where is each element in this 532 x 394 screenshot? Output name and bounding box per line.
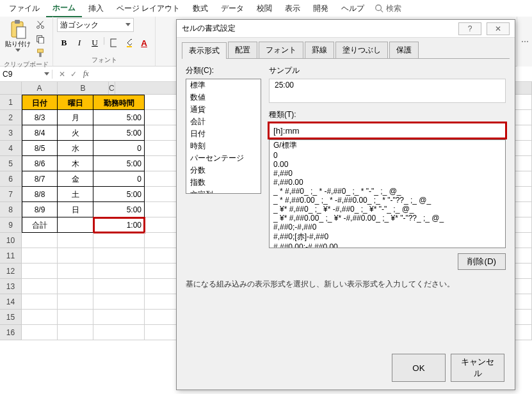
cell[interactable]: [22, 233, 58, 248]
cell[interactable]: 1:00: [93, 217, 145, 233]
cell[interactable]: [22, 248, 58, 264]
cell[interactable]: 5:00: [93, 110, 145, 125]
dlg-tab-font[interactable]: フォント: [259, 42, 303, 58]
type-input[interactable]: [269, 123, 506, 138]
cell[interactable]: [93, 279, 145, 294]
tab-view[interactable]: 表示: [278, 1, 307, 17]
row-header[interactable]: 14: [0, 294, 22, 310]
row-header[interactable]: 16: [0, 325, 22, 340]
cell[interactable]: [58, 233, 93, 248]
row-header[interactable]: 4: [0, 141, 22, 156]
cell[interactable]: [58, 310, 93, 325]
dialog-titlebar[interactable]: セルの書式設定 ? ✕: [177, 20, 515, 38]
row-header[interactable]: 7: [0, 187, 22, 202]
font-name-select[interactable]: 游ゴシック: [57, 18, 134, 32]
cell[interactable]: 8/7: [22, 171, 58, 187]
category-item[interactable]: 分数: [186, 164, 261, 177]
dlg-tab-align[interactable]: 配置: [228, 42, 257, 58]
tab-data[interactable]: データ: [214, 1, 250, 17]
cell[interactable]: [93, 233, 145, 248]
type-list-item[interactable]: #,##0: [270, 169, 505, 178]
bold-button[interactable]: B: [57, 36, 71, 50]
row-header[interactable]: 13: [0, 279, 22, 294]
cut-button[interactable]: [33, 18, 47, 32]
row-header[interactable]: 6: [0, 171, 22, 187]
type-list-item[interactable]: #,##0;-#,##0: [270, 223, 505, 232]
cell[interactable]: [58, 217, 93, 233]
category-item[interactable]: 会計: [186, 116, 261, 128]
cell[interactable]: 金: [58, 171, 93, 187]
fx-icon[interactable]: fx: [83, 69, 94, 79]
col-header-c[interactable]: C: [109, 82, 115, 95]
row-header[interactable]: 1: [0, 95, 22, 110]
name-box[interactable]: C9: [0, 70, 52, 79]
category-item[interactable]: 指数: [186, 177, 261, 189]
type-list-item[interactable]: #,##0;[赤]-#,##0: [270, 232, 505, 242]
tab-insert[interactable]: 挿入: [82, 1, 110, 17]
row-header[interactable]: 10: [0, 233, 22, 248]
row-header[interactable]: 8: [0, 202, 22, 217]
fill-color-button[interactable]: [122, 36, 136, 50]
cell[interactable]: 5:00: [93, 125, 145, 141]
cell[interactable]: 土: [58, 187, 93, 202]
italic-button[interactable]: I: [72, 36, 86, 50]
type-list-item[interactable]: #,##0.00;-#,##0.00: [270, 242, 505, 248]
border-button[interactable]: [106, 36, 120, 50]
ribbon-overflow[interactable]: ⋯: [517, 17, 532, 67]
cell[interactable]: [58, 264, 93, 279]
cell[interactable]: [22, 310, 58, 325]
category-item[interactable]: 数値: [186, 91, 261, 104]
row-header[interactable]: 5: [0, 156, 22, 171]
dlg-tab-fill[interactable]: 塗りつぶし: [335, 42, 388, 58]
type-list-item[interactable]: _ ¥* #,##0.00_ ;_ ¥* -#,##0.00_ ;_ ¥* "-…: [270, 214, 505, 223]
cell[interactable]: 木: [58, 156, 93, 171]
type-list-item[interactable]: 0: [270, 151, 505, 160]
cell[interactable]: [22, 279, 58, 294]
copy-button[interactable]: [33, 32, 47, 46]
type-list-item[interactable]: _ * #,##0.00_ ;_ * -#,##0.00_ ;_ * "-"??…: [270, 196, 505, 205]
dlg-tab-protect[interactable]: 保護: [389, 42, 419, 58]
cell[interactable]: 5:00: [93, 156, 145, 171]
type-list-item[interactable]: G/標準: [270, 140, 505, 151]
tab-review[interactable]: 校閲: [250, 1, 278, 17]
cell[interactable]: [58, 279, 93, 294]
category-list[interactable]: 標準数値通貨会計日付時刻パーセンテージ分数指数文字列その他ユーザー定義: [186, 79, 261, 194]
close-button[interactable]: ✕: [487, 22, 510, 35]
row-header[interactable]: 9: [0, 217, 22, 233]
chevron-down-icon[interactable]: [15, 49, 20, 52]
tab-pagelayout[interactable]: ページ レイアウト: [110, 1, 186, 17]
format-painter-button[interactable]: [33, 46, 47, 60]
cell[interactable]: 合計: [22, 217, 58, 233]
cell[interactable]: [22, 325, 58, 340]
cancel-icon[interactable]: ✕: [59, 70, 65, 79]
tab-home[interactable]: ホーム: [46, 0, 82, 17]
cell[interactable]: [22, 264, 58, 279]
category-item[interactable]: 標準: [186, 79, 261, 91]
cell[interactable]: 水: [58, 141, 93, 156]
type-list-item[interactable]: _ * #,##0_ ;_ * -#,##0_ ;_ * "-"_ ;_ @_: [270, 187, 505, 196]
dlg-tab-number[interactable]: 表示形式: [182, 42, 227, 59]
cell[interactable]: [93, 248, 145, 264]
row-header[interactable]: 11: [0, 248, 22, 264]
cell[interactable]: 日: [58, 202, 93, 217]
cell[interactable]: 8/5: [22, 141, 58, 156]
enter-icon[interactable]: ✓: [70, 70, 77, 79]
row-header[interactable]: 15: [0, 310, 22, 325]
category-item[interactable]: 文字列: [186, 189, 261, 194]
cell[interactable]: 8/3: [22, 110, 58, 125]
cell[interactable]: 8/6: [22, 156, 58, 171]
cell[interactable]: [93, 310, 145, 325]
category-item[interactable]: 日付: [186, 128, 261, 140]
font-color-button[interactable]: A: [137, 36, 151, 50]
col-header-a[interactable]: A: [22, 82, 58, 95]
col-header-b[interactable]: B: [58, 82, 109, 95]
ok-button[interactable]: OK: [392, 354, 446, 382]
cell[interactable]: 0: [93, 171, 145, 187]
cell[interactable]: [58, 294, 93, 310]
cell[interactable]: [58, 325, 93, 340]
tab-developer[interactable]: 開発: [307, 1, 335, 17]
cell[interactable]: 8/4: [22, 125, 58, 141]
cell[interactable]: 勤務時間: [93, 95, 145, 110]
search-box[interactable]: 検索: [375, 3, 401, 14]
type-list-item[interactable]: 0.00: [270, 160, 505, 169]
